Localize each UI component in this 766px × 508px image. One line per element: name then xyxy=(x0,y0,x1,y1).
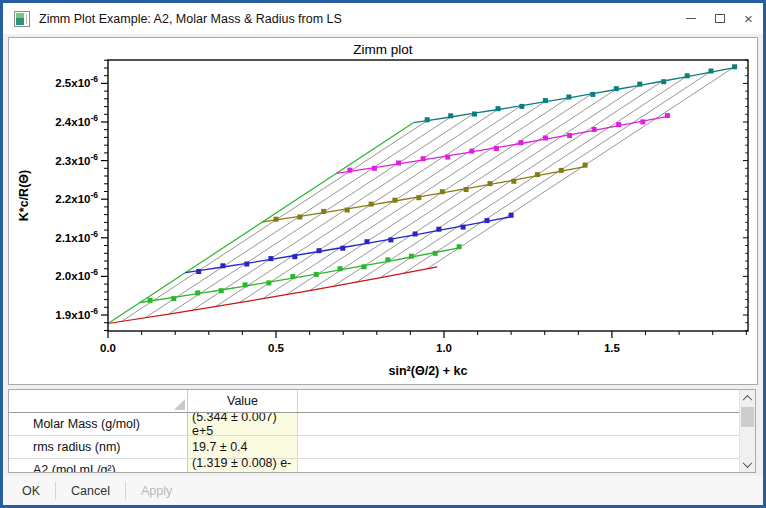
row-label: Molar Mass (g/mol) xyxy=(9,413,188,435)
minimize-icon xyxy=(686,18,696,19)
ok-button[interactable]: OK xyxy=(18,481,44,501)
data-point-marker xyxy=(543,98,548,103)
data-point-marker xyxy=(661,79,666,84)
y-axis-title: K*c/R(Θ) xyxy=(17,170,31,221)
data-point-marker xyxy=(637,82,642,87)
data-point-marker xyxy=(314,272,319,277)
data-point-marker xyxy=(464,187,469,192)
apply-button[interactable]: Apply xyxy=(137,481,176,501)
data-point-marker xyxy=(372,166,377,171)
data-point-marker xyxy=(543,136,548,141)
data-point-marker xyxy=(369,202,374,207)
data-point-marker xyxy=(340,246,345,251)
table-row: A2 (mol mL/g²)(1.319 ± 0.008) e-4 xyxy=(9,459,755,473)
scrollbar-up-button[interactable] xyxy=(740,390,755,406)
x-tick-label: 0.0 xyxy=(100,342,116,354)
results-table: Value Molar Mass (g/mol)(5.344 ± 0.007) … xyxy=(8,389,756,473)
button-divider xyxy=(55,482,56,500)
data-point-marker xyxy=(171,296,176,301)
data-point-marker xyxy=(317,248,322,253)
cancel-button[interactable]: Cancel xyxy=(67,481,114,501)
title-bar: Zimm Plot Example: A2, Molar Mass & Radi… xyxy=(3,3,763,34)
data-point-marker xyxy=(290,274,295,279)
data-point-marker xyxy=(345,208,350,213)
close-button[interactable]: × xyxy=(734,3,763,34)
data-point-marker xyxy=(457,244,462,249)
data-point-marker xyxy=(220,263,225,268)
data-point-marker xyxy=(388,237,393,242)
data-point-marker xyxy=(494,146,499,151)
minimize-button[interactable] xyxy=(676,3,705,34)
zero-angle-fit-line xyxy=(108,123,414,324)
angle-extrapolation-line xyxy=(216,106,522,307)
y-tick-label: 2.1x10-6 xyxy=(55,229,98,244)
button-divider xyxy=(125,482,126,500)
data-point-marker xyxy=(243,282,248,287)
angle-extrapolation-line xyxy=(286,94,592,295)
data-point-marker xyxy=(321,209,326,214)
data-point-marker xyxy=(409,254,414,259)
data-point-marker xyxy=(488,181,493,186)
angle-extrapolation-line xyxy=(404,72,710,273)
data-point-marker xyxy=(436,227,441,232)
data-point-marker xyxy=(590,92,595,97)
maximize-icon xyxy=(715,14,725,23)
data-point-marker xyxy=(616,122,621,127)
app-icon xyxy=(14,11,30,27)
y-tick-label: 2.4x10-6 xyxy=(55,113,98,128)
angle-extrapolation-line xyxy=(357,81,663,282)
zimm-plot-chart: 1.9x10-62.0x10-62.1x10-62.2x10-62.3x10-6… xyxy=(9,38,757,384)
scrollbar-track[interactable] xyxy=(740,406,755,456)
row-value[interactable]: 19.7 ± 0.4 xyxy=(188,436,298,458)
data-point-marker xyxy=(413,232,418,237)
angle-extrapolation-line xyxy=(427,68,733,269)
chevron-down-icon xyxy=(743,458,753,468)
data-point-marker xyxy=(440,189,445,194)
data-point-marker xyxy=(392,198,397,203)
x-tick-label: 1.5 xyxy=(604,342,621,354)
chart-panel: 1.9x10-62.0x10-62.1x10-62.2x10-62.3x10-6… xyxy=(8,37,758,385)
x-tick-label: 1.0 xyxy=(436,342,452,354)
data-point-marker xyxy=(396,161,401,166)
window-controls: × xyxy=(676,3,763,34)
y-tick-label: 2.5x10-6 xyxy=(55,74,98,89)
data-point-marker xyxy=(665,113,670,118)
data-point-marker xyxy=(709,69,714,74)
data-point-marker xyxy=(292,254,297,259)
maximize-button[interactable] xyxy=(705,3,734,34)
data-point-marker xyxy=(266,280,271,285)
data-point-marker xyxy=(244,262,249,267)
data-point-marker xyxy=(362,264,367,269)
data-point-marker xyxy=(485,218,490,223)
data-point-marker xyxy=(445,155,450,160)
data-point-marker xyxy=(421,156,426,161)
row-value[interactable]: (5.344 ± 0.007) e+5 xyxy=(188,413,298,435)
data-point-marker xyxy=(219,288,224,293)
data-point-marker xyxy=(614,86,619,91)
y-tick-label: 2.2x10-6 xyxy=(55,190,98,205)
data-point-marker xyxy=(592,127,597,132)
scrollbar-down-button[interactable] xyxy=(740,456,755,472)
row-value[interactable]: (1.319 ± 0.008) e-4 xyxy=(188,459,298,473)
table-corner-cell[interactable] xyxy=(9,390,188,412)
vertical-scrollbar[interactable] xyxy=(739,390,755,472)
data-point-marker xyxy=(509,213,514,218)
y-tick-label: 1.9x10-6 xyxy=(55,306,98,321)
data-point-marker xyxy=(196,269,201,274)
table-row: Molar Mass (g/mol)(5.344 ± 0.007) e+5 xyxy=(9,413,755,436)
angle-extrapolation-line xyxy=(380,77,686,278)
data-point-marker xyxy=(511,179,516,184)
scrollbar-thumb[interactable] xyxy=(741,407,754,427)
data-point-marker xyxy=(365,239,370,244)
data-point-marker xyxy=(425,117,430,122)
data-point-marker xyxy=(535,172,540,177)
data-point-marker xyxy=(195,290,200,295)
data-point-marker xyxy=(518,140,523,145)
row-label: rms radius (nm) xyxy=(9,436,188,458)
angle-extrapolation-line xyxy=(239,102,545,303)
x-tick-label: 0.5 xyxy=(268,342,285,354)
data-point-marker xyxy=(347,168,352,173)
data-point-marker xyxy=(496,106,501,111)
table-row: rms radius (nm)19.7 ± 0.4 xyxy=(9,436,755,459)
zero-concentration-fit-line xyxy=(108,267,437,324)
